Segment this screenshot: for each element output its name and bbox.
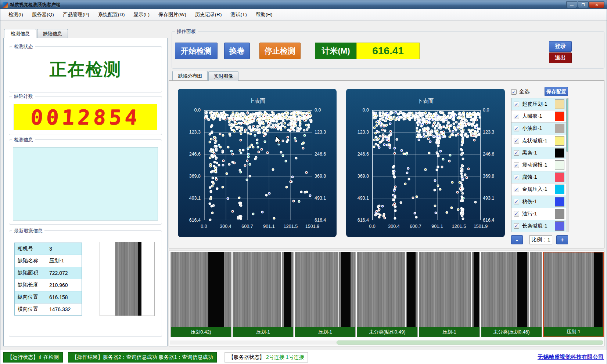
menu-item[interactable]: 帮助(H) (251, 10, 277, 19)
scatter-dot (464, 174, 466, 176)
legend-item[interactable]: ✓黑条-1 (511, 147, 568, 159)
plot-area[interactable] (372, 110, 481, 220)
change-roll-button[interactable]: 换卷 (224, 43, 250, 59)
legend-item[interactable]: ✓震动误报-1 (511, 159, 568, 171)
legend-checkbox[interactable]: ✓ (514, 114, 519, 119)
menu-item[interactable]: 服务器(Q) (28, 10, 58, 19)
scatter-dot (309, 114, 312, 117)
scatter-dot (392, 199, 395, 201)
thumbnail[interactable]: 压划-1 (543, 252, 604, 337)
thumbnail[interactable]: 压划-1 (419, 252, 480, 337)
scatter-dot (293, 129, 295, 132)
scatter-dot (462, 197, 464, 199)
thumbnail[interactable]: 压划-1 (233, 252, 294, 337)
legend-checkbox[interactable]: ✓ (514, 211, 519, 216)
scatter-dot (461, 152, 464, 154)
legend-checkbox[interactable]: ✓ (514, 223, 519, 229)
scatter-dot (227, 197, 229, 200)
scatter-dot (209, 196, 212, 199)
scatter-dot (247, 156, 250, 158)
scatter-dot (225, 172, 228, 175)
legend-checkbox[interactable]: ✓ (514, 175, 519, 180)
menu-item[interactable]: 保存图片(W) (154, 10, 191, 19)
scatter-dot (462, 158, 464, 160)
y-axis-label: 123.3 (483, 130, 494, 135)
stop-detection-button[interactable]: 停止检测 (259, 43, 301, 59)
scatter-dot (308, 111, 311, 114)
tab-defect-info[interactable]: 缺陷信息 (37, 29, 68, 38)
menu-item[interactable]: 系统配置(D) (94, 10, 129, 19)
legend-checkbox[interactable]: ✓ (514, 163, 519, 168)
scale-controls: - 比例：1 + (511, 235, 605, 245)
legend-item[interactable]: ✓起皮压划-1 (511, 98, 568, 110)
thumbnails-scrollbar[interactable] (170, 341, 603, 345)
tab-realtime-image[interactable]: 实时图像 (208, 71, 238, 81)
scatter-dot (238, 201, 241, 204)
legend-item[interactable]: ✓金属压入-1 (511, 183, 568, 196)
scatter-dot (227, 146, 229, 148)
thumbnail[interactable]: 未分类(粘伤0.49) (357, 252, 418, 337)
tab-defect-distribution[interactable]: 缺陷分布图 (172, 71, 208, 80)
scatter-dot (244, 164, 246, 167)
login-button[interactable]: 登录 (549, 41, 572, 52)
maximize-button[interactable]: ❐ (578, 1, 589, 8)
legend-checkbox[interactable]: ✓ (514, 199, 519, 204)
zoom-out-button[interactable]: - (511, 235, 523, 244)
menu-item[interactable]: 检测(I) (4, 10, 28, 19)
legend-item[interactable]: ✓长条碱痕-1 (511, 220, 568, 232)
legend-item[interactable]: ✓点状碱痕-1 (511, 135, 568, 147)
scatter-dot (238, 122, 240, 124)
scatter-dot (461, 125, 464, 128)
legend-item[interactable]: ✓粘伤-1 (511, 196, 568, 208)
exit-button[interactable]: 退出 (549, 52, 572, 63)
legend-checkbox[interactable]: ✓ (514, 138, 519, 143)
scatter-dot (256, 138, 258, 141)
scatter-dot (277, 123, 280, 125)
x-axis: 0.0300.4600.7901.11201.51501.9 (204, 224, 312, 230)
scatter-dot (432, 135, 435, 138)
thumbnail[interactable]: 压划-1 (295, 252, 356, 337)
legend-scrollbar[interactable] (566, 98, 568, 232)
chart-title: 下表面 (346, 98, 505, 105)
scatter-dot (240, 127, 242, 130)
scatter-dot (256, 146, 259, 148)
legend-item[interactable]: ✓小油斑-1 (511, 123, 568, 135)
zoom-in-button[interactable]: + (556, 235, 568, 244)
scatter-dot (411, 112, 414, 114)
legend-label: 大碱痕-1 (522, 113, 555, 120)
company-link[interactable]: 无锡精质视觉科技有限公司 (538, 354, 604, 361)
minimize-button[interactable]: — (566, 1, 577, 8)
legend-checkbox[interactable]: ✓ (514, 187, 519, 192)
thumbnail[interactable]: 压划0.42) (170, 252, 231, 337)
legend-item[interactable]: ✓油污-1 (511, 208, 568, 220)
defect-image (100, 242, 154, 316)
legend-checkbox[interactable]: ✓ (514, 126, 519, 131)
scatter-dot (291, 125, 293, 127)
menu-item[interactable]: 测试(T) (226, 10, 251, 19)
legend-checkbox[interactable]: ✓ (514, 150, 519, 156)
thumbnail-image (233, 252, 293, 328)
scatter-dot (304, 191, 306, 193)
close-button[interactable]: ✕ (589, 1, 604, 8)
table-cell-value: 压划-1 (46, 255, 82, 267)
window-title: 精质视觉检测系统客户端 (10, 2, 61, 8)
menu-item[interactable]: 产品管理(P) (58, 10, 94, 19)
legend-item[interactable]: ✓大碱痕-1 (511, 110, 568, 123)
legend-item[interactable]: ✓腐蚀-1 (511, 171, 568, 183)
legend-checkbox[interactable]: ✓ (514, 102, 519, 107)
scatter-dot (423, 135, 425, 138)
y-axis-label: 0.0 (315, 108, 321, 113)
plot-area[interactable] (204, 110, 312, 220)
start-detection-button[interactable]: 开始检测 (175, 43, 218, 59)
save-config-button[interactable]: 保存配置 (545, 87, 568, 96)
status-bar: 【运行状态】正在检测 【操作结果】服务器2：查询信息成功 服务器1：查询信息成功… (0, 350, 607, 364)
scatter-dot (461, 170, 463, 172)
select-all-checkbox[interactable]: ✓ (511, 89, 517, 95)
menu-item[interactable]: 显示(L) (129, 10, 154, 19)
scatter-dot (461, 211, 464, 213)
scatter-dot (448, 160, 451, 163)
x-axis-label: 1501.9 (474, 224, 488, 229)
tab-detection-info[interactable]: 检测信息 (4, 29, 36, 38)
thumbnail[interactable]: 未分类(压划0.46) (481, 252, 542, 337)
menu-item[interactable]: 历史记录(R) (191, 10, 226, 19)
